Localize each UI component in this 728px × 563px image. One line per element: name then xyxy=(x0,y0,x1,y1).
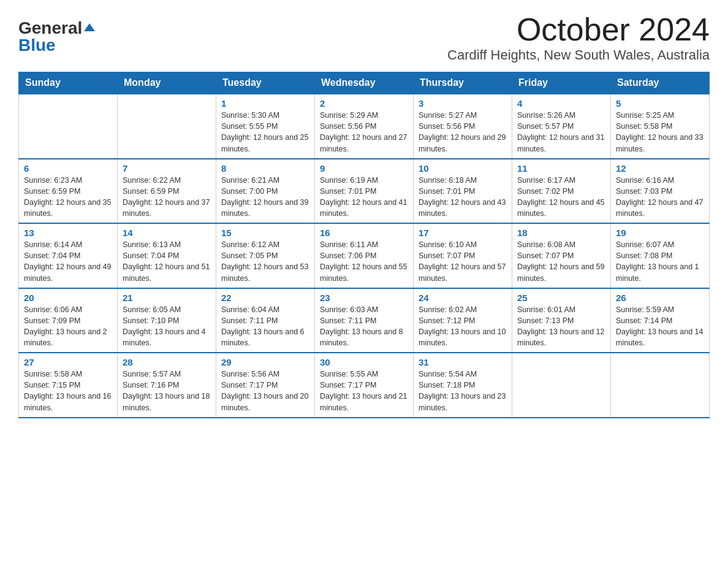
calendar-cell: 20Sunrise: 6:06 AMSunset: 7:09 PMDayligh… xyxy=(19,288,118,353)
header-saturday: Saturday xyxy=(611,72,710,94)
header-monday: Monday xyxy=(118,72,216,94)
day-info: Sunrise: 6:18 AMSunset: 7:01 PMDaylight:… xyxy=(419,175,507,220)
calendar-cell: 7Sunrise: 6:22 AMSunset: 6:59 PMDaylight… xyxy=(118,159,216,224)
day-number: 14 xyxy=(123,228,211,238)
calendar-cell: 14Sunrise: 6:13 AMSunset: 7:04 PMDayligh… xyxy=(118,223,216,288)
day-info: Sunrise: 5:59 AMSunset: 7:14 PMDaylight:… xyxy=(616,304,704,349)
calendar-cell: 3Sunrise: 5:27 AMSunset: 5:56 PMDaylight… xyxy=(414,94,512,159)
calendar-cell: 21Sunrise: 6:05 AMSunset: 7:10 PMDayligh… xyxy=(118,288,216,353)
day-info: Sunrise: 6:22 AMSunset: 6:59 PMDaylight:… xyxy=(123,175,211,220)
day-number: 20 xyxy=(24,293,112,303)
calendar-cell: 1Sunrise: 5:30 AMSunset: 5:55 PMDaylight… xyxy=(216,94,315,159)
day-info: Sunrise: 6:16 AMSunset: 7:03 PMDaylight:… xyxy=(616,175,704,220)
day-info: Sunrise: 6:10 AMSunset: 7:07 PMDaylight:… xyxy=(419,239,507,284)
day-number: 9 xyxy=(320,163,408,174)
calendar-cell xyxy=(611,353,710,418)
day-info: Sunrise: 6:17 AMSunset: 7:02 PMDaylight:… xyxy=(517,175,605,220)
calendar-cell: 27Sunrise: 5:58 AMSunset: 7:15 PMDayligh… xyxy=(19,353,118,418)
month-title: October 2024 xyxy=(447,12,710,47)
day-number: 22 xyxy=(221,293,309,303)
day-info: Sunrise: 5:57 AMSunset: 7:16 PMDaylight:… xyxy=(123,369,211,413)
day-info: Sunrise: 6:08 AMSunset: 7:07 PMDaylight:… xyxy=(517,239,605,284)
calendar-cell: 12Sunrise: 6:16 AMSunset: 7:03 PMDayligh… xyxy=(611,159,710,224)
day-number: 23 xyxy=(320,293,408,303)
calendar-cell: 16Sunrise: 6:11 AMSunset: 7:06 PMDayligh… xyxy=(315,223,414,288)
day-number: 1 xyxy=(221,98,309,109)
day-info: Sunrise: 6:11 AMSunset: 7:06 PMDaylight:… xyxy=(320,239,408,284)
calendar-cell xyxy=(512,353,611,418)
calendar-cell: 6Sunrise: 6:23 AMSunset: 6:59 PMDaylight… xyxy=(19,159,118,224)
calendar-cell: 30Sunrise: 5:55 AMSunset: 7:17 PMDayligh… xyxy=(315,353,414,418)
logo: General Blue xyxy=(18,18,95,55)
calendar-cell xyxy=(118,94,216,159)
title-block: October 2024 Cardiff Heights, New South … xyxy=(447,12,710,69)
calendar-cell: 31Sunrise: 5:54 AMSunset: 7:18 PMDayligh… xyxy=(414,353,512,418)
calendar-cell: 13Sunrise: 6:14 AMSunset: 7:04 PMDayligh… xyxy=(19,223,118,288)
day-number: 30 xyxy=(320,357,408,367)
day-info: Sunrise: 6:23 AMSunset: 6:59 PMDaylight:… xyxy=(24,175,112,220)
day-info: Sunrise: 6:14 AMSunset: 7:04 PMDaylight:… xyxy=(24,239,112,284)
day-number: 10 xyxy=(419,163,507,174)
calendar-header-row: SundayMondayTuesdayWednesdayThursdayFrid… xyxy=(19,72,710,94)
calendar-cell: 18Sunrise: 6:08 AMSunset: 7:07 PMDayligh… xyxy=(512,223,611,288)
header-sunday: Sunday xyxy=(19,72,118,94)
day-number: 3 xyxy=(419,98,507,109)
day-info: Sunrise: 6:02 AMSunset: 7:12 PMDaylight:… xyxy=(419,304,507,349)
calendar-week-4: 20Sunrise: 6:06 AMSunset: 7:09 PMDayligh… xyxy=(19,288,710,353)
day-number: 28 xyxy=(123,357,211,367)
day-number: 4 xyxy=(517,98,605,109)
day-info: Sunrise: 5:25 AMSunset: 5:58 PMDaylight:… xyxy=(616,110,704,155)
location-title: Cardiff Heights, New South Wales, Austra… xyxy=(447,47,710,63)
day-info: Sunrise: 6:04 AMSunset: 7:11 PMDaylight:… xyxy=(221,304,309,349)
day-info: Sunrise: 5:55 AMSunset: 7:17 PMDaylight:… xyxy=(320,369,408,413)
header-friday: Friday xyxy=(512,72,611,94)
day-number: 25 xyxy=(517,293,605,303)
calendar-cell: 4Sunrise: 5:26 AMSunset: 5:57 PMDaylight… xyxy=(512,94,611,159)
calendar-cell: 5Sunrise: 5:25 AMSunset: 5:58 PMDaylight… xyxy=(611,94,710,159)
calendar-week-1: 1Sunrise: 5:30 AMSunset: 5:55 PMDaylight… xyxy=(19,94,710,159)
calendar-cell: 2Sunrise: 5:29 AMSunset: 5:56 PMDaylight… xyxy=(315,94,414,159)
day-number: 24 xyxy=(419,293,507,303)
day-info: Sunrise: 6:13 AMSunset: 7:04 PMDaylight:… xyxy=(123,239,211,284)
day-number: 29 xyxy=(221,357,309,367)
calendar-cell: 8Sunrise: 6:21 AMSunset: 7:00 PMDaylight… xyxy=(216,159,315,224)
day-info: Sunrise: 6:01 AMSunset: 7:13 PMDaylight:… xyxy=(517,304,605,349)
calendar-cell: 26Sunrise: 5:59 AMSunset: 7:14 PMDayligh… xyxy=(611,288,710,353)
day-number: 13 xyxy=(24,228,112,238)
calendar-cell: 15Sunrise: 6:12 AMSunset: 7:05 PMDayligh… xyxy=(216,223,315,288)
calendar-cell: 10Sunrise: 6:18 AMSunset: 7:01 PMDayligh… xyxy=(414,159,512,224)
calendar-cell: 17Sunrise: 6:10 AMSunset: 7:07 PMDayligh… xyxy=(414,223,512,288)
logo-triangle-icon xyxy=(84,23,95,31)
calendar-week-5: 27Sunrise: 5:58 AMSunset: 7:15 PMDayligh… xyxy=(19,353,710,418)
calendar-week-3: 13Sunrise: 6:14 AMSunset: 7:04 PMDayligh… xyxy=(19,223,710,288)
day-info: Sunrise: 5:56 AMSunset: 7:17 PMDaylight:… xyxy=(221,369,309,413)
day-info: Sunrise: 6:05 AMSunset: 7:10 PMDaylight:… xyxy=(123,304,211,349)
day-info: Sunrise: 5:27 AMSunset: 5:56 PMDaylight:… xyxy=(419,110,507,155)
calendar-cell: 29Sunrise: 5:56 AMSunset: 7:17 PMDayligh… xyxy=(216,353,315,418)
calendar-cell: 19Sunrise: 6:07 AMSunset: 7:08 PMDayligh… xyxy=(611,223,710,288)
day-info: Sunrise: 6:03 AMSunset: 7:11 PMDaylight:… xyxy=(320,304,408,349)
day-number: 15 xyxy=(221,228,309,238)
day-info: Sunrise: 6:21 AMSunset: 7:00 PMDaylight:… xyxy=(221,175,309,220)
day-number: 6 xyxy=(24,163,112,174)
day-number: 21 xyxy=(123,293,211,303)
calendar-table: SundayMondayTuesdayWednesdayThursdayFrid… xyxy=(18,72,710,418)
day-number: 16 xyxy=(320,228,408,238)
calendar-week-2: 6Sunrise: 6:23 AMSunset: 6:59 PMDaylight… xyxy=(19,159,710,224)
day-number: 18 xyxy=(517,228,605,238)
day-number: 5 xyxy=(616,98,704,109)
day-number: 27 xyxy=(24,357,112,367)
calendar-cell: 25Sunrise: 6:01 AMSunset: 7:13 PMDayligh… xyxy=(512,288,611,353)
calendar-cell: 23Sunrise: 6:03 AMSunset: 7:11 PMDayligh… xyxy=(315,288,414,353)
header-thursday: Thursday xyxy=(414,72,512,94)
calendar-cell: 22Sunrise: 6:04 AMSunset: 7:11 PMDayligh… xyxy=(216,288,315,353)
day-number: 7 xyxy=(123,163,211,174)
day-number: 17 xyxy=(419,228,507,238)
calendar-cell: 24Sunrise: 6:02 AMSunset: 7:12 PMDayligh… xyxy=(414,288,512,353)
day-info: Sunrise: 6:07 AMSunset: 7:08 PMDaylight:… xyxy=(616,239,704,284)
header-tuesday: Tuesday xyxy=(216,72,315,94)
day-number: 31 xyxy=(419,357,507,367)
day-number: 11 xyxy=(517,163,605,174)
day-number: 2 xyxy=(320,98,408,109)
day-info: Sunrise: 5:26 AMSunset: 5:57 PMDaylight:… xyxy=(517,110,605,155)
